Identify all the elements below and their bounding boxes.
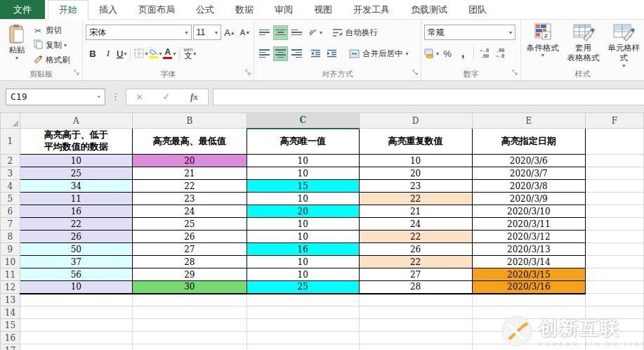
align-bottom-button[interactable] <box>289 25 304 40</box>
row-header-11[interactable]: 11 <box>1 268 20 281</box>
tab-数据[interactable]: 数据 <box>225 0 264 19</box>
cell-B14[interactable] <box>132 306 247 319</box>
cell-D6[interactable]: 21 <box>359 205 472 218</box>
phonetic-guide-button[interactable]: wén 文 ▾ <box>183 46 196 61</box>
row-header-6[interactable]: 6 <box>1 205 20 218</box>
cell-C16[interactable] <box>247 332 359 344</box>
cell-F8[interactable] <box>586 231 644 243</box>
cell-D12[interactable]: 28 <box>359 281 472 294</box>
row-header-5[interactable]: 5 <box>1 193 20 205</box>
decrease-indent-button[interactable] <box>308 46 323 61</box>
cell-A13[interactable] <box>20 294 132 306</box>
cell-F12[interactable] <box>586 281 644 294</box>
cell-E8[interactable]: 2020/3/12 <box>472 231 586 243</box>
cell-C10[interactable]: 10 <box>247 256 359 268</box>
cell-F6[interactable] <box>586 205 644 218</box>
cell-C17[interactable] <box>247 344 359 350</box>
cell-D5[interactable]: 22 <box>359 193 472 205</box>
cell-C5[interactable]: 10 <box>247 193 359 205</box>
row-header-1[interactable]: 1 <box>1 129 20 155</box>
cell-A9[interactable]: 50 <box>20 243 132 256</box>
cell-E4[interactable]: 2020/3/8 <box>472 180 586 193</box>
cell-F10[interactable] <box>586 256 644 268</box>
cell-D7[interactable]: 24 <box>359 218 472 231</box>
cell-B4[interactable]: 22 <box>132 180 247 193</box>
cell-C14[interactable] <box>247 306 359 319</box>
cell-C8[interactable]: 10 <box>247 231 359 243</box>
enter-icon[interactable]: ✓ <box>162 91 170 102</box>
formula-bar-resize-handle[interactable]: ⋮ <box>111 91 120 102</box>
number-dialog-launcher-icon[interactable] <box>512 66 518 79</box>
cell-C9[interactable]: 16 <box>247 243 359 256</box>
borders-button[interactable]: ▾ <box>134 46 147 61</box>
cell-A4[interactable]: 34 <box>20 180 132 193</box>
cell-E12[interactable]: 2020/3/16 <box>472 281 586 294</box>
cell-C4[interactable]: 15 <box>247 180 359 193</box>
cell-E2[interactable]: 2020/3/6 <box>472 155 586 167</box>
cell-F2[interactable] <box>586 155 644 167</box>
column-header-D[interactable]: D <box>359 113 472 129</box>
cell-A6[interactable]: 16 <box>20 205 132 218</box>
wrap-text-button[interactable]: 自动换行 <box>329 25 381 40</box>
cell-B16[interactable] <box>132 332 247 344</box>
cell-B11[interactable]: 29 <box>132 268 247 281</box>
font-size-select[interactable]: 11 ▾ <box>193 25 221 40</box>
clipboard-dialog-launcher-icon[interactable] <box>74 66 80 79</box>
column-header-F[interactable]: F <box>586 113 644 129</box>
cell-C2[interactable]: 10 <box>247 155 359 167</box>
tab-公式[interactable]: 公式 <box>185 0 225 19</box>
alignment-dialog-launcher-icon[interactable] <box>412 66 419 79</box>
cell-D13[interactable] <box>359 294 472 306</box>
cell-F9[interactable] <box>586 243 644 256</box>
cell-D2[interactable]: 10 <box>359 155 472 167</box>
cell-E3[interactable]: 2020/3/7 <box>472 167 586 180</box>
cell-D14[interactable] <box>359 306 472 319</box>
font-dialog-launcher-icon[interactable] <box>245 66 251 79</box>
align-center-button[interactable] <box>273 46 288 61</box>
align-top-button[interactable] <box>257 25 272 40</box>
cell-B6[interactable]: 24 <box>132 205 247 218</box>
cell-D11[interactable]: 27 <box>359 268 472 281</box>
tab-file[interactable]: 文件 <box>0 0 45 19</box>
bold-button[interactable]: B <box>86 46 100 61</box>
font-name-select[interactable]: 宋体 ▾ <box>86 25 192 40</box>
align-right-button[interactable] <box>289 46 304 61</box>
cell-F13[interactable] <box>586 294 644 306</box>
cell-A12[interactable]: 10 <box>20 281 132 294</box>
comma-style-button[interactable]: , <box>456 46 470 61</box>
align-middle-button[interactable] <box>273 25 288 40</box>
tab-审阅[interactable]: 审阅 <box>264 0 303 19</box>
cell-A17[interactable] <box>20 344 132 350</box>
cell-A14[interactable] <box>20 306 132 319</box>
cell-D3[interactable]: 20 <box>359 167 472 180</box>
cell-B10[interactable]: 28 <box>132 256 247 268</box>
row-header-17[interactable]: 17 <box>1 344 20 350</box>
tab-开发工具[interactable]: 开发工具 <box>343 0 400 19</box>
row-header-13[interactable]: 13 <box>1 294 20 306</box>
cell-E10[interactable]: 2020/3/14 <box>472 256 586 268</box>
tab-团队[interactable]: 团队 <box>458 0 497 19</box>
row-header-2[interactable]: 2 <box>1 155 20 167</box>
column-header-B[interactable]: B <box>132 113 247 129</box>
number-format-select[interactable]: 常规 ▾ <box>424 25 515 40</box>
cell-B2[interactable]: 20 <box>132 155 247 167</box>
accounting-format-button[interactable]: ▾ <box>424 46 439 61</box>
tab-页面布局[interactable]: 页面布局 <box>128 0 185 19</box>
cell-C15[interactable] <box>247 319 359 332</box>
cell-F3[interactable] <box>586 167 644 180</box>
cell-styles-button[interactable]: 单元格样式 ▾ <box>605 22 643 68</box>
header-cell-E1[interactable]: 高亮指定日期 <box>472 129 586 155</box>
cell-A7[interactable]: 22 <box>20 218 132 231</box>
row-header-9[interactable]: 9 <box>1 243 20 256</box>
tab-负载测试[interactable]: 负载测试 <box>400 0 458 19</box>
row-header-12[interactable]: 12 <box>1 281 20 294</box>
cell-B13[interactable] <box>132 294 247 306</box>
cell-D17[interactable] <box>359 344 472 350</box>
insert-function-icon[interactable]: fx <box>190 91 198 103</box>
cell-A8[interactable]: 26 <box>20 231 132 243</box>
fill-color-button[interactable]: ▾ <box>149 46 162 61</box>
cell-E11[interactable]: 2020/3/15 <box>472 268 586 281</box>
column-header-E[interactable]: E <box>472 113 586 129</box>
paste-button[interactable]: 粘贴 ▾ <box>3 22 31 68</box>
merge-center-button[interactable]: 合并后居中 ▾ <box>346 46 412 61</box>
